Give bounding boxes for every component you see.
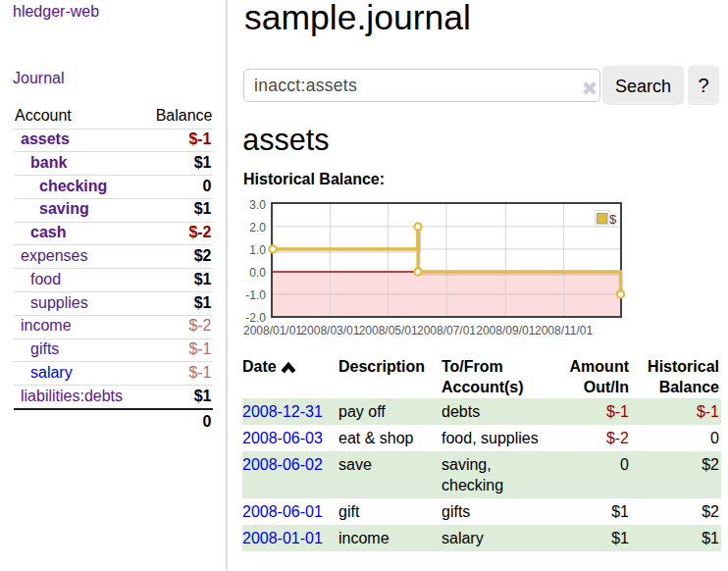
svg-text:3.0: 3.0 bbox=[249, 198, 266, 212]
svg-text:2008/07/01: 2008/07/01 bbox=[417, 324, 476, 337]
svg-text:1.0: 1.0 bbox=[249, 243, 266, 257]
svg-text:2008/05/01: 2008/05/01 bbox=[359, 324, 418, 337]
svg-text:0.0: 0.0 bbox=[249, 266, 266, 280]
svg-text:$: $ bbox=[609, 212, 617, 227]
svg-text:-1.0: -1.0 bbox=[245, 288, 266, 302]
svg-text:2008/09/01: 2008/09/01 bbox=[476, 324, 535, 337]
svg-text:2.0: 2.0 bbox=[249, 221, 266, 234]
svg-text:2008/11/01: 2008/11/01 bbox=[535, 324, 593, 337]
svg-text:2008/03/01: 2008/03/01 bbox=[300, 324, 359, 337]
svg-text:2008/01/01: 2008/01/01 bbox=[243, 324, 302, 337]
